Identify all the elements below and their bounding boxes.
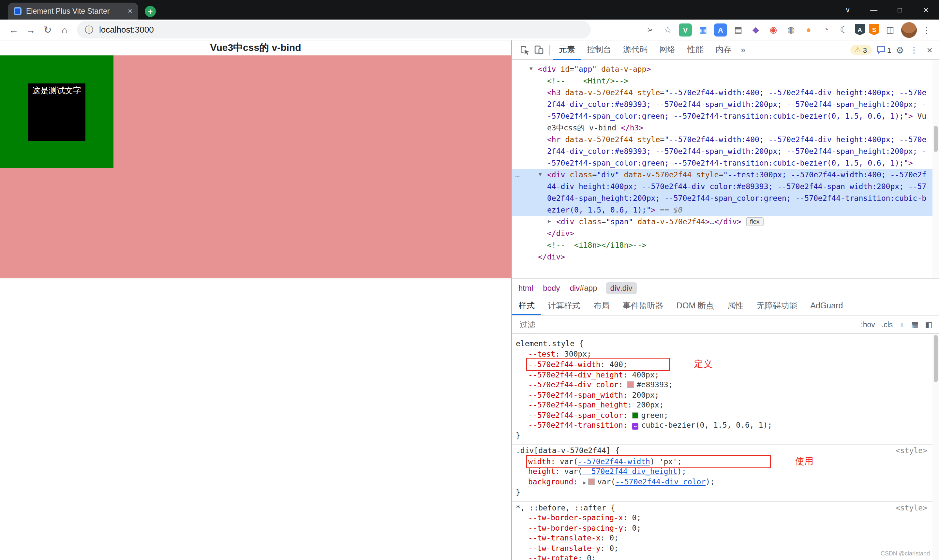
styles-tab-6[interactable]: 属性 — [720, 297, 750, 315]
breadcrumb-item[interactable]: div#app — [568, 282, 598, 294]
css-property[interactable]: --test: 300px; — [512, 349, 939, 359]
dom-tree-row[interactable]: ▼<div id="app" data-v-app> — [512, 63, 939, 75]
styles-tab-7[interactable]: 无障碍功能 — [750, 297, 804, 315]
browser-menu-icon[interactable]: ⋮ — [922, 25, 931, 35]
styles-tab-8[interactable]: AdGuard — [804, 297, 849, 315]
dom-tree-row[interactable]: ▶<div class="span" data-v-570e2f44>…</di… — [512, 216, 939, 228]
grid-extension-icon[interactable]: ▦ — [696, 23, 710, 36]
css-property[interactable]: --tw-translate-y: 0; — [512, 543, 939, 554]
home-button[interactable]: ⌂ — [56, 21, 73, 38]
dom-tree-row[interactable]: <!-- <Hint/>--> — [512, 75, 939, 87]
devtools-tab-5[interactable]: 性能 — [682, 40, 710, 60]
css-property[interactable]: --tw-translate-x: 0; — [512, 533, 939, 543]
devtools-tab-2[interactable]: 控制台 — [581, 40, 617, 60]
orange-shield-icon[interactable]: S — [869, 24, 879, 35]
close-button[interactable]: × — [913, 0, 939, 20]
settings-gear-icon[interactable]: ⚙ — [896, 45, 904, 55]
orange-extension-icon[interactable]: ● — [802, 23, 815, 36]
style-origin-link[interactable]: <style> — [896, 446, 927, 456]
css-property[interactable]: width: var(--570e2f44-width) 'px';使用 — [512, 456, 939, 467]
dom-tree-row[interactable]: <hr data-v-570e2f44 style="--570e2f44-wi… — [512, 134, 939, 169]
profile-avatar[interactable] — [901, 22, 917, 37]
css-property[interactable]: background: ▶var(--570e2f44-div_color); — [512, 477, 939, 488]
address-bar[interactable]: ⓘ localhost:3000 — [77, 21, 591, 38]
flex-badge[interactable]: flex — [746, 217, 764, 226]
css-property[interactable]: --570e2f44-span_width: 200px; — [512, 390, 939, 400]
new-rule-button[interactable]: + — [899, 319, 904, 329]
styles-tab-3[interactable]: 布局 — [587, 297, 616, 315]
css-property[interactable]: --570e2f44-width: 400;定义 — [512, 359, 939, 370]
dom-tree-row[interactable]: </div> — [512, 228, 939, 239]
css-var-link[interactable]: --570e2f44-div_height — [582, 467, 677, 476]
new-tab-button[interactable]: + — [145, 6, 156, 17]
color-swatch[interactable] — [588, 478, 595, 485]
color-swatch[interactable] — [632, 412, 639, 418]
rule-selector[interactable]: .div[data-v-570e2f44] {<style> — [512, 446, 939, 456]
tab-search-button[interactable]: ∨ — [835, 0, 861, 20]
cookie-extension-icon[interactable]: ◔ — [820, 23, 833, 36]
css-property[interactable]: height: var(--570e2f44-div_height); — [512, 467, 939, 477]
styles-tab-1[interactable]: 样式 — [512, 297, 541, 315]
share-icon[interactable]: ➢ — [643, 23, 657, 36]
darkmode-extension-icon[interactable]: ☾ — [837, 23, 850, 36]
device-toolbar-icon[interactable] — [531, 43, 546, 57]
tab-close-icon[interactable]: × — [128, 6, 132, 15]
color-swatch[interactable] — [628, 382, 634, 388]
site-info-icon[interactable]: ⓘ — [85, 24, 93, 35]
css-property[interactable]: --tw-border-spacing-x: 0; — [512, 513, 939, 523]
css-property[interactable]: --tw-rotate: 0; — [512, 554, 939, 560]
notes-extension-icon[interactable]: ▤ — [732, 23, 745, 36]
disclosure-arrow[interactable]: ▶ — [548, 216, 551, 228]
devtools-tab-3[interactable]: 源代码 — [617, 40, 653, 60]
rule-selector[interactable]: *, ::before, ::after {<style> — [512, 503, 939, 513]
bookmark-star-icon[interactable]: ☆ — [661, 23, 674, 36]
dom-tree-row[interactable]: ▼…<div class="div" data-v-570e2f44 style… — [512, 169, 939, 216]
dom-tree-row[interactable]: <h3 data-v-570e2f44 style="--570e2f44-wi… — [512, 87, 939, 134]
bezier-icon[interactable]: ∼ — [632, 423, 639, 429]
reload-button[interactable]: ↻ — [39, 21, 56, 38]
styles-scrollbar[interactable] — [933, 334, 939, 560]
devtools-tab-4[interactable]: 网络 — [653, 40, 682, 60]
dom-tree-row[interactable]: <!-- <i18n></i18n>--> — [512, 239, 939, 251]
scrollbar-thumb[interactable] — [934, 335, 938, 382]
inspect-element-icon[interactable] — [517, 43, 531, 57]
purple-extension-icon[interactable]: ◆ — [749, 23, 762, 36]
breadcrumb-item[interactable]: html — [517, 282, 534, 294]
styles-tab-2[interactable]: 计算样式 — [541, 297, 587, 315]
minimize-button[interactable]: — — [861, 0, 887, 20]
style-origin-link[interactable]: <style> — [896, 503, 927, 513]
console-messages-badge[interactable]: 1 — [876, 46, 891, 54]
split-screen-icon[interactable]: ◫ — [884, 23, 897, 36]
maximize-button[interactable]: □ — [887, 0, 913, 20]
devtools-tab-1[interactable]: 元素 — [553, 40, 581, 60]
css-property[interactable]: --tw-border-spacing-y: 0; — [512, 523, 939, 533]
browser-tab[interactable]: Element Plus Vite Starter × — [8, 3, 138, 20]
css-property[interactable]: --570e2f44-div_color: #e89393; — [512, 380, 939, 390]
styles-tab-4[interactable]: 事件监听器 — [616, 297, 670, 315]
more-tabs-icon[interactable]: » — [737, 45, 748, 55]
disclosure-arrow[interactable]: ▼ — [530, 63, 533, 75]
forward-button[interactable]: → — [22, 21, 39, 38]
css-var-link[interactable]: --570e2f44-width — [578, 457, 650, 466]
devtools-tab-6[interactable]: 内存 — [710, 40, 737, 60]
red-extension-icon[interactable]: ◉ — [767, 23, 780, 36]
adguard-shield-icon[interactable]: A — [855, 24, 865, 35]
expand-arrow-icon[interactable]: ▶ — [583, 480, 586, 485]
back-button[interactable]: ← — [5, 21, 22, 38]
scrollbar-thumb[interactable] — [934, 126, 938, 152]
elements-scrollbar[interactable] — [933, 60, 939, 278]
css-property[interactable]: --570e2f44-div_height: 400px; — [512, 370, 939, 380]
disclosure-arrow[interactable]: ▼ — [539, 169, 542, 181]
dom-tree-row[interactable]: </div> — [512, 251, 939, 263]
warnings-badge[interactable]: ⚠ 3 — [850, 45, 871, 55]
translate-icon[interactable]: A — [714, 23, 727, 36]
class-toggle[interactable]: .cls — [882, 320, 893, 328]
breadcrumb-item[interactable]: body — [542, 282, 561, 294]
css-property[interactable]: --570e2f44-span_color: green; — [512, 411, 939, 420]
styles-tab-5[interactable]: DOM 断点 — [670, 297, 720, 315]
devtools-close-icon[interactable]: × — [924, 44, 935, 55]
breadcrumb-item[interactable]: div.div — [606, 282, 637, 294]
gray-extension-icon[interactable]: ◍ — [785, 23, 797, 36]
css-property[interactable]: --570e2f44-span_height: 200px; — [512, 400, 939, 411]
css-property[interactable]: --570e2f44-transition: ∼cubic-bezier(0, … — [512, 420, 939, 431]
